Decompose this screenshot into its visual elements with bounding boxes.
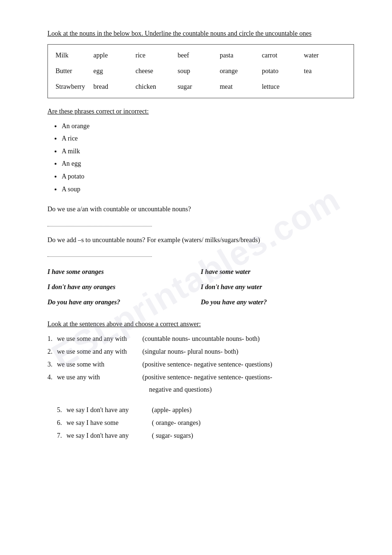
noun-row-1: Milk apple rice beef pasta carrot water [56, 49, 346, 61]
item-num: 2. [47, 346, 57, 357]
noun-orange: orange [220, 65, 262, 77]
noun-strawberry: Strawberry [56, 81, 93, 93]
item-content: we say I don't have any ( sugar- sugars) [66, 430, 354, 442]
item-left: we use some with [57, 358, 142, 370]
bullet-list: An orange A rice A milk An egg A potato … [47, 120, 354, 196]
section2-title: Are these phrases correct or incorrect: [47, 108, 354, 115]
item-right: (countable nouns- uncountable nouns- bot… [142, 333, 354, 345]
dotted-answer-2 [47, 248, 152, 257]
section-5: I have some oranges I have some water I … [47, 265, 354, 311]
numbered-list-6: 1. we use some and any with (countable n… [47, 333, 354, 395]
item-right: ( sugar- sugars) [152, 430, 354, 442]
noun-egg: egg [93, 65, 136, 77]
item-left: we use some and any with [57, 346, 142, 357]
noun-rice: rice [136, 49, 178, 61]
item-content: we use some and any with (singular nouns… [57, 346, 354, 357]
list-item: A milk [62, 145, 354, 158]
noun-water: water [304, 49, 346, 61]
noun-beef: beef [177, 49, 220, 61]
noun-lettuce: lettuce [262, 81, 304, 93]
list-item: 7. we say I don't have any ( sugar- suga… [57, 430, 354, 442]
noun-soup: soup [177, 65, 220, 77]
list-item: 3. we use some with (positive sentence- … [47, 358, 354, 370]
list-item: An orange [62, 120, 354, 133]
item-right: (singular nouns- plural nouns- both) [142, 346, 354, 357]
list-item: A soup [62, 183, 354, 196]
section-7: 5. we say I don't have any (apple- apple… [47, 404, 354, 442]
item-content: we use any with (positive sentence- nega… [57, 371, 354, 395]
list-item: A potato [62, 170, 354, 183]
section-6: Look at the sentences above and choose a… [47, 320, 354, 395]
question-s: Do we add –s to uncountable nouns? For e… [47, 235, 354, 245]
noun-row-2: Butter egg cheese soup orange potato tea [56, 65, 346, 77]
item-right: (positive sentence- negative sentence- q… [142, 371, 354, 395]
item-num: 6. [57, 417, 66, 429]
sentence-right-2: I don't have any water [201, 281, 354, 294]
item-right: (positive sentence- negative sentence- q… [142, 358, 354, 370]
item-left: we use any with [57, 371, 142, 395]
section-3: Do we use a/an with countable or uncount… [47, 204, 354, 226]
question-aan: Do we use a/an with countable or uncount… [47, 204, 354, 215]
sentence-right-3: Do you have any water? [201, 296, 354, 309]
list-item: 5. we say I don't have any (apple- apple… [57, 404, 354, 416]
sentence-left-3: Do you have any oranges? [47, 296, 201, 309]
noun-butter: Butter [56, 65, 93, 77]
item-content: we say I don't have any (apple- apples) [66, 404, 354, 416]
noun-bread: bread [93, 81, 136, 93]
item-content: we use some and any with (countable noun… [57, 333, 354, 345]
item-right: ( orange- oranges) [152, 417, 354, 429]
section-2: Are these phrases correct or incorrect: … [47, 108, 354, 196]
noun-apple: apple [93, 49, 136, 61]
section-1: Look at the nouns in the below box. Unde… [47, 28, 354, 98]
noun-meat: meat [220, 81, 262, 93]
noun-carrot: carrot [262, 49, 304, 61]
list-item: 1. we use some and any with (countable n… [47, 333, 354, 345]
section-4: Do we add –s to uncountable nouns? For e… [47, 235, 354, 257]
item-left: we say I don't have any [66, 430, 152, 442]
sentence-right-1: I have some water [201, 265, 354, 279]
sentence-row-3: Do you have any oranges? Do you have any… [47, 296, 354, 309]
noun-potato: potato [262, 65, 304, 77]
item-num: 5. [57, 404, 66, 416]
noun-chicken: chicken [136, 81, 178, 93]
item-num: 7. [57, 430, 66, 442]
list-item: A rice [62, 132, 354, 145]
item-num: 1. [47, 333, 57, 345]
list-item: 2. we use some and any with (singular no… [47, 346, 354, 357]
list-item: 4. we use any with (positive sentence- n… [47, 371, 354, 395]
sentence-left-1: I have some oranges [47, 265, 201, 279]
item-content: we say I have some ( orange- oranges) [66, 417, 354, 429]
noun-milk: Milk [56, 49, 93, 61]
noun-tea: tea [304, 65, 346, 77]
item-right: (apple- apples) [152, 404, 354, 416]
section6-title: Look at the sentences above and choose a… [47, 320, 354, 328]
noun-box: Milk apple rice beef pasta carrot water … [47, 44, 354, 98]
noun-pasta: pasta [220, 49, 262, 61]
sentence-left-2: I don't have any oranges [47, 281, 201, 294]
item-content: we use some with (positive sentence- neg… [57, 358, 354, 370]
section1-instruction: Look at the nouns in the below box. Unde… [47, 28, 354, 38]
dotted-answer-1 [47, 218, 152, 226]
noun-sugar: sugar [177, 81, 220, 93]
noun-cheese: cheese [136, 65, 178, 77]
numbered-list-7: 5. we say I don't have any (apple- apple… [47, 404, 354, 442]
list-item: 6. we say I have some ( orange- oranges) [57, 417, 354, 429]
item-left: we say I have some [66, 417, 152, 429]
item-left: we use some and any with [57, 333, 142, 345]
sentence-row-1: I have some oranges I have some water [47, 265, 354, 279]
list-item: An egg [62, 158, 354, 170]
noun-empty [304, 81, 346, 93]
item-num: 4. [47, 371, 57, 395]
item-left: we say I don't have any [66, 404, 152, 416]
noun-row-3: Strawberry bread chicken sugar meat lett… [56, 81, 346, 93]
sentence-row-2: I don't have any oranges I don't have an… [47, 281, 354, 294]
item-num: 3. [47, 358, 57, 370]
